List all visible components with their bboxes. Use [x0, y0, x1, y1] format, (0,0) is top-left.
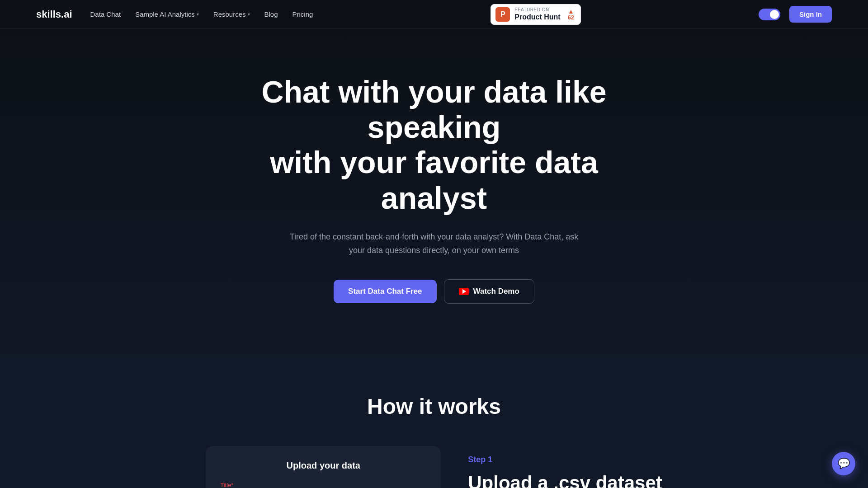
step-info: Step 1 Upload a .csv dataset	[468, 446, 662, 488]
hero-title: Chat with your data like speaking with y…	[231, 74, 637, 216]
start-data-chat-button[interactable]: Start Data Chat Free	[334, 280, 436, 303]
step-label: Step 1	[468, 455, 662, 465]
youtube-icon	[459, 288, 469, 295]
nav-right: Sign In	[759, 6, 832, 23]
nav-link-blog[interactable]: Blog	[264, 10, 278, 18]
nav-link-pricing[interactable]: Pricing	[292, 10, 313, 18]
ph-vote-count: ▲ 62	[568, 8, 574, 20]
navbar: skills.ai Data Chat Sample AI Analytics …	[0, 0, 868, 29]
hero-subtitle: Tired of the constant back-and-forth wit…	[289, 230, 579, 258]
hero-buttons: Start Data Chat Free Watch Demo	[334, 279, 534, 304]
ph-featured-label: FEATURED ON	[514, 7, 560, 13]
nav-link-resources[interactable]: Resources ▾	[213, 10, 250, 18]
chat-widget-icon: 💬	[838, 458, 850, 469]
ph-number: 62	[568, 14, 574, 20]
watch-demo-button[interactable]: Watch Demo	[444, 279, 534, 304]
title-form-group: Title*	[220, 482, 426, 488]
chat-widget[interactable]: 💬	[832, 452, 855, 475]
product-hunt-text: FEATURED ON Product Hunt	[514, 7, 560, 21]
nav-link-data-chat[interactable]: Data Chat	[90, 10, 121, 18]
title-field-label: Title*	[220, 482, 426, 488]
nav-left: skills.ai Data Chat Sample AI Analytics …	[36, 9, 313, 20]
chevron-down-icon: ▾	[197, 12, 199, 17]
ph-name-label: Product Hunt	[514, 13, 560, 21]
product-hunt-logo: P	[495, 7, 510, 22]
product-hunt-badge[interactable]: P FEATURED ON Product Hunt ▲ 62	[491, 4, 581, 25]
upload-form-title: Upload your data	[220, 460, 426, 471]
hero-section: Chat with your data like speaking with y…	[0, 29, 868, 358]
logo[interactable]: skills.ai	[36, 9, 72, 20]
step-title: Upload a .csv dataset	[468, 472, 662, 488]
chevron-down-icon: ▾	[248, 12, 250, 17]
how-content: Upload your data Title* CSV Dataset* Cho…	[206, 446, 662, 488]
ph-arrow-icon: ▲	[568, 8, 574, 14]
theme-toggle[interactable]	[759, 9, 780, 20]
sign-in-button[interactable]: Sign In	[789, 6, 832, 23]
section-title: How it works	[36, 394, 832, 419]
how-content-wrapper: ‹ Upload your data Title* CSV Dataset* C…	[36, 446, 832, 488]
nav-center: P FEATURED ON Product Hunt ▲ 62	[491, 4, 581, 25]
nav-links: Data Chat Sample AI Analytics ▾ Resource…	[90, 10, 313, 18]
how-it-works-section: How it works ‹ Upload your data Title* C…	[0, 358, 868, 488]
nav-link-sample-ai[interactable]: Sample AI Analytics ▾	[135, 10, 199, 18]
upload-form-card: Upload your data Title* CSV Dataset* Cho…	[206, 446, 441, 488]
